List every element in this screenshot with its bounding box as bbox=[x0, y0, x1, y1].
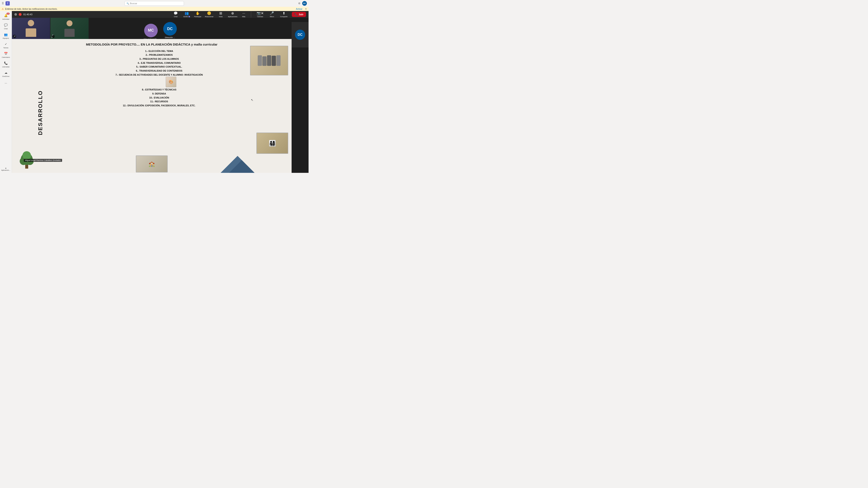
sidebar-label-tareas: Tareas bbox=[3, 47, 8, 49]
slide-item-10: 10.- EVALUACIÓN bbox=[34, 96, 284, 100]
video-area: 🎤 🎤✕ MC Miguel ángel R... DC bbox=[12, 18, 309, 173]
mas-button[interactable]: ··· Más bbox=[241, 11, 247, 18]
micro-icon: 🎤 bbox=[270, 11, 274, 15]
slide-item-5: 5.- SABER COMUNITARIO CONTEXTUAL. bbox=[34, 65, 284, 69]
aplicaciones-button[interactable]: ⊕ Aplicaciones bbox=[228, 11, 237, 18]
gente-label: Gente 5 bbox=[183, 16, 190, 18]
compartir-button[interactable]: ⬆ Compartir bbox=[279, 11, 288, 18]
salir-button[interactable]: 📞 Salir bbox=[292, 12, 306, 17]
notification-text: Entérese de todo. Active las notificacio… bbox=[5, 8, 57, 10]
presentation-area: METODOLOGÍA POR PROYECTO.... EN LA PLANE… bbox=[12, 39, 291, 173]
onedrive-icon: ☁ bbox=[4, 70, 8, 75]
slide-content: METODOLOGÍA POR PROYECTO.... EN LA PLANE… bbox=[12, 39, 291, 173]
slide-item-6: 6.. TRANSVERSALIDAD DE CONTENIDOS bbox=[34, 69, 284, 73]
search-icon: 🔍 bbox=[126, 2, 129, 5]
notification-bar: ⚠ Entérese de todo. Active las notificac… bbox=[0, 7, 309, 11]
slide-item-7: 7.- SECUENCIA DE ACTIVIDADES DEL DOCENTE… bbox=[34, 73, 284, 77]
sidebar-label-llamadas: Llamadas bbox=[2, 66, 9, 68]
video-thumbnails: 🎤 🎤✕ bbox=[12, 18, 89, 39]
dc-large-avatar: DC bbox=[295, 30, 305, 40]
chat-icon: 💬 bbox=[4, 23, 8, 27]
slide-item-12: 12.- DIVULGACIÓN: EXPOSICIÓN, FACEBOOCK,… bbox=[34, 104, 284, 107]
aplicaciones-icon: ⊕ bbox=[231, 11, 234, 15]
sidebar-item-chat[interactable]: 💬 Chat bbox=[0, 22, 12, 31]
camara-icon: 📷✕ bbox=[257, 11, 264, 15]
photo-students-1 bbox=[250, 46, 288, 75]
gente-icon: 👥 bbox=[185, 11, 189, 15]
close-notification-button[interactable]: ✕ bbox=[305, 8, 307, 10]
slide-item-1: 1.- ELECCIÓN DEL TEMA bbox=[34, 49, 284, 53]
tareas-icon: ✓ bbox=[4, 42, 8, 46]
camara-button[interactable]: 📷✕ Cámara bbox=[255, 11, 265, 18]
mountain-decoration bbox=[221, 156, 254, 173]
micro-button[interactable]: 🎤 Micro bbox=[268, 11, 276, 18]
micro-label: Micro bbox=[270, 16, 274, 18]
gente-tool-button[interactable]: 👥 Gente 5 bbox=[183, 11, 190, 18]
search-bar[interactable]: 🔍 Buscar bbox=[125, 1, 184, 6]
thumb2-mute: 🎤✕ bbox=[51, 35, 55, 38]
call-area: 🔴 01:40:43 💬 Chat 👥 Gente 5 ✋ Participar… bbox=[12, 11, 309, 173]
svg-point-4 bbox=[23, 151, 31, 160]
sidebar-item-more[interactable]: ··· bbox=[0, 79, 12, 87]
slide-item-9: 9. DEFENSA bbox=[34, 92, 284, 96]
apps-grid-icon[interactable]: ⠿ bbox=[2, 2, 4, 5]
sidebar-item-applications[interactable]: ⊕ Aplicacion... bbox=[1, 167, 10, 171]
user-avatar[interactable]: DC bbox=[302, 1, 307, 6]
topbar-right: ⚙ DC bbox=[298, 1, 307, 6]
slide-item-4: 4.- EJE TRANSVERSAL COMUNITARIO bbox=[34, 61, 284, 65]
reaccionar-button[interactable]: 😊 Reaccionar bbox=[205, 11, 213, 18]
participar-button[interactable]: ✋ Participar bbox=[194, 11, 202, 18]
apps-icon: ⊕ bbox=[5, 167, 6, 169]
salir-label: Salir bbox=[299, 13, 304, 16]
avatar-mc: MC Miguel ángel R... bbox=[144, 24, 158, 40]
slide-item-11: 11.- RECURSOS bbox=[34, 100, 284, 104]
settings-icon[interactable]: ⚙ bbox=[298, 2, 301, 5]
chat-tool-label: Chat bbox=[174, 16, 177, 18]
sidebar-label-equipos: Equipos bbox=[3, 37, 9, 39]
salir-icon: 📞 bbox=[294, 13, 298, 16]
sidebar-item-llamadas[interactable]: 📞 Llamadas bbox=[0, 60, 12, 69]
sidebar-item-calendario[interactable]: 📅 Calendario bbox=[0, 50, 12, 60]
sidebar-label-apps: Aplicacion... bbox=[1, 169, 10, 171]
dc-name: Dirección ... bbox=[165, 36, 175, 38]
dc-avatar-circle: DC bbox=[163, 22, 177, 36]
slide-item-3: 3.- PREGUNTAS DE LOS ALUMNOS bbox=[34, 57, 284, 61]
reaccionar-label: Reaccionar bbox=[205, 16, 213, 18]
warning-icon: ⚠ bbox=[2, 8, 4, 10]
sidebar: 🔔 16 Actividad 💬 Chat 👥 Equipos ✓ Tareas… bbox=[0, 11, 12, 173]
slide-item-2: 2.- PROBLEMATIZAMOS bbox=[34, 53, 284, 57]
sidebar-item-onedrive[interactable]: ☁ OneDrive bbox=[0, 69, 12, 78]
vista-button[interactable]: ⊞ Vista bbox=[217, 11, 224, 18]
sidebar-item-tareas[interactable]: ✓ Tareas bbox=[0, 40, 12, 50]
thumb1-mute: 🎤 bbox=[13, 35, 16, 38]
activate-button[interactable]: Activar bbox=[296, 8, 302, 10]
teams-logo: T bbox=[5, 1, 10, 5]
chat-tool-icon: 💬 bbox=[174, 11, 178, 15]
mic-muted-icon: 🔴 bbox=[19, 13, 22, 16]
chat-tool-button[interactable]: 💬 Chat bbox=[172, 11, 180, 18]
sidebar-label-chat: Chat bbox=[4, 28, 8, 30]
camara-label: Cámara bbox=[257, 16, 263, 18]
mas-icon: ··· bbox=[242, 11, 245, 15]
compartir-label: Compartir bbox=[280, 16, 287, 18]
sidebar-label-actividad: Actividad bbox=[2, 18, 9, 20]
status-icon bbox=[14, 13, 17, 16]
sidebar-item-equipos[interactable]: 👥 Equipos bbox=[0, 31, 12, 40]
call-timer: 01:40:43 bbox=[23, 13, 32, 16]
sidebar-label-onedrive: OneDrive bbox=[2, 75, 9, 77]
slide-item-8: 8.- ESTRATEGIAS Y TÉCNICAS bbox=[34, 88, 284, 92]
video-thumb-1: 🎤 bbox=[12, 18, 50, 39]
aplicaciones-label: Aplicaciones bbox=[228, 16, 237, 18]
sidebar-item-actividad[interactable]: 🔔 16 Actividad bbox=[0, 12, 12, 22]
video-thumb-2: 🎤✕ bbox=[51, 18, 89, 39]
call-top-bar: 🔴 01:40:43 💬 Chat 👥 Gente 5 ✋ Participar… bbox=[12, 11, 309, 18]
mas-label: Más bbox=[242, 16, 245, 18]
participar-icon: ✋ bbox=[195, 11, 200, 15]
actividad-icon: 🔔 16 bbox=[4, 13, 8, 18]
photo-auditorium: 🏫 bbox=[136, 156, 167, 172]
slide-items: 1.- ELECCIÓN DEL TEMA 2.- PROBLEMATIZAMO… bbox=[34, 49, 284, 107]
participant-label: Miguel ángel Ramírez Caballero (Invitado… bbox=[24, 159, 62, 162]
compartir-icon: ⬆ bbox=[282, 11, 285, 15]
slide-title: METODOLOGÍA POR PROYECTO.... EN LA PLANE… bbox=[17, 42, 286, 46]
participar-label: Participar bbox=[194, 16, 201, 18]
